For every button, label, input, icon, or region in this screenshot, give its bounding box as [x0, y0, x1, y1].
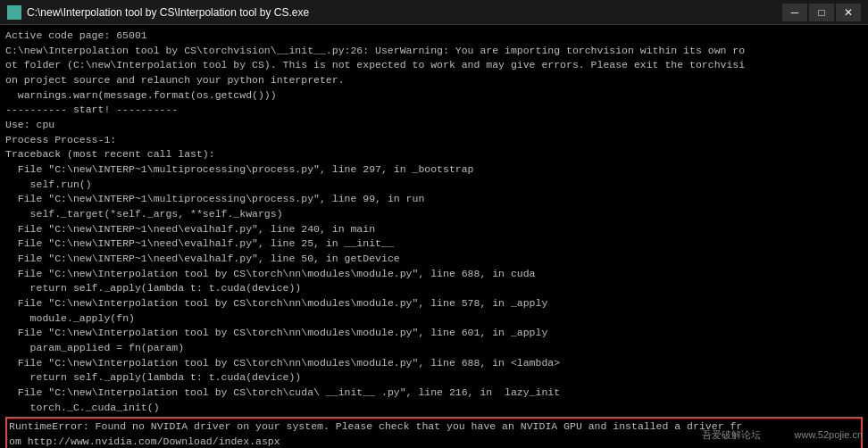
watermark-right: www.52pojie.cn	[795, 428, 863, 443]
terminal-line: Use: cpu	[5, 118, 863, 133]
terminal-line: on project source and relaunch your pyth…	[5, 73, 863, 88]
terminal-line: File "C:\new\INTERP~1\multiprocessing\pr…	[5, 192, 863, 207]
terminal-line: File "C:\new\INTERP~1\need\evalhalf.py",…	[5, 236, 863, 252]
terminal-line: module._apply(fn)	[5, 311, 863, 327]
minimize-button[interactable]: ─	[782, 4, 807, 21]
terminal-line: ---------- start! ----------	[5, 103, 863, 118]
terminal-line: Process Process-1:	[5, 133, 863, 148]
terminal-line: C:\new\Interpolation tool by CS\torchvis…	[5, 44, 863, 59]
terminal-line: File "C:\new\INTERP~1\need\evalhalf.py",…	[5, 222, 863, 237]
watermark-left: 吾爱破解论坛	[702, 428, 761, 443]
terminal-line: Active code page: 65001	[5, 29, 863, 44]
terminal-line: torch._C._cuda_init()	[5, 401, 863, 416]
terminal-line: self.run()	[5, 178, 863, 193]
terminal-lines: Active code page: 65001C:\new\Interpolat…	[5, 29, 863, 415]
app-icon	[7, 5, 21, 20]
terminal-line: return self._apply(lambda t: t.cuda(devi…	[5, 281, 863, 296]
close-button[interactable]: ✕	[836, 4, 861, 21]
terminal-line: File "C:\new\INTERP~1\multiprocessing\pr…	[5, 162, 863, 178]
terminal-line: param_applied = fn(param)	[5, 341, 863, 356]
terminal-line: return self._apply(lambda t: t.cuda(devi…	[5, 370, 863, 386]
terminal-line: warnings.warn(message.format(os.getcwd()…	[5, 88, 863, 104]
terminal-line: File "C:\new\Interpolation tool by CS\to…	[5, 326, 863, 341]
terminal-output: Active code page: 65001C:\new\Interpolat…	[0, 25, 868, 448]
window-title: C:\new\Interpolation tool by CS\Interpol…	[27, 6, 309, 19]
terminal-line: File "C:\new\Interpolation tool by CS\to…	[5, 267, 863, 282]
title-bar: C:\new\Interpolation tool by CS\Interpol…	[0, 0, 868, 25]
terminal-line: File "C:\new\Interpolation tool by CS\to…	[5, 356, 863, 371]
terminal-line: File "C:\new\Interpolation tool by CS\to…	[5, 386, 863, 401]
terminal-line: ot folder (C:\new\Interpolation tool by …	[5, 58, 863, 73]
maximize-button[interactable]: □	[809, 4, 834, 21]
terminal-line: Traceback (most recent call last):	[5, 147, 863, 162]
terminal-line: File "C:\new\INTERP~1\need\evalhalf.py",…	[5, 252, 863, 267]
terminal-line: File "C:\new\Interpolation tool by CS\to…	[5, 296, 863, 311]
title-bar-left: C:\new\Interpolation tool by CS\Interpol…	[7, 5, 309, 20]
window-controls[interactable]: ─ □ ✕	[782, 4, 861, 21]
terminal-line: self._target(*self._args, **self._kwargs…	[5, 207, 863, 222]
